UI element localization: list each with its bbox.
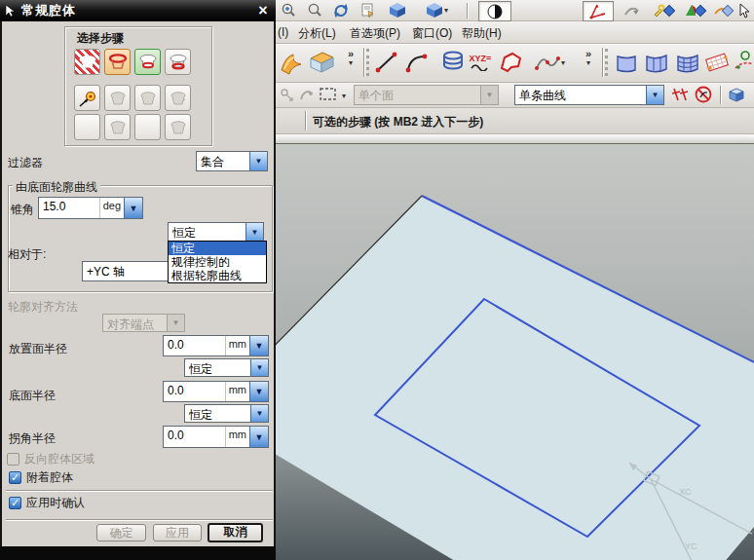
corner-radius-value[interactable]: 0.0	[164, 427, 225, 447]
combo-arrow-icon: ▼	[480, 86, 498, 104]
graphics-window[interactable]: XC YC	[276, 144, 754, 560]
step-floor-profile-button[interactable]	[165, 49, 191, 75]
menu-help[interactable]: 帮助(H)	[462, 25, 502, 42]
toolbar-drag-handle[interactable]	[605, 49, 611, 76]
ruled-surface-icon[interactable]	[612, 47, 641, 78]
relative-to-combo[interactable]: +YC 轴	[82, 261, 170, 281]
dropdown-caret-icon[interactable]: ▾	[342, 92, 346, 100]
general-pocket-dialog: 常规腔体 × 选择步骤	[0, 0, 276, 560]
section-surface-icon[interactable]	[702, 47, 732, 78]
step-placement-profile-button[interactable]	[104, 49, 131, 75]
spinner-arrow-icon[interactable]: ▼	[249, 336, 268, 355]
dropdown-caret-icon[interactable]: ▾	[561, 58, 565, 67]
taper-angle-value[interactable]: 15.0	[39, 198, 99, 218]
stop-at-intersection-icon[interactable]	[693, 85, 714, 103]
combo-arrow-icon[interactable]: ▼	[245, 223, 263, 242]
refresh-icon[interactable]	[330, 1, 352, 19]
chain-curves-icon[interactable]	[669, 85, 691, 103]
taper-angle-field[interactable]: 15.0 deg ▼	[38, 197, 143, 219]
spinner-arrow-icon[interactable]: ▼	[249, 427, 268, 447]
taper-angle-unit: deg	[99, 198, 124, 218]
helix-icon[interactable]	[438, 47, 468, 78]
combo-arrow-icon[interactable]: ▼	[250, 405, 268, 422]
separator	[6, 519, 273, 521]
step-empty-button	[74, 114, 100, 140]
menu-partial[interactable]: (I)	[278, 25, 288, 39]
object-display-icon[interactable]	[711, 1, 736, 19]
overflow-button[interactable]: »▾	[585, 50, 591, 67]
cancel-button[interactable]: 取消	[207, 523, 263, 542]
rectangle-select-icon[interactable]	[317, 85, 340, 103]
snap-handle-icon[interactable]	[295, 85, 317, 103]
view-cube-icon[interactable]: ▾	[421, 1, 452, 19]
datum-display-icon[interactable]	[682, 1, 709, 19]
through-curves-icon[interactable]	[642, 47, 671, 78]
zoom-in-icon[interactable]	[278, 1, 299, 19]
floor-radius-law-combo[interactable]: 恒定 ▼	[184, 404, 269, 423]
step-placement-face-button[interactable]	[74, 49, 100, 75]
curve-mesh-icon[interactable]	[673, 47, 702, 78]
paste-icon[interactable]	[358, 1, 379, 19]
corner-radius-field[interactable]: 0.0 mm ▼	[163, 426, 269, 448]
checkbox-check-icon[interactable]: ✓	[9, 471, 21, 484]
wcs-display-icon[interactable]	[583, 1, 614, 21]
arc-icon[interactable]	[401, 47, 431, 78]
placement-radius-law-combo[interactable]: 恒定 ▼	[184, 358, 269, 377]
display-cube-icon[interactable]	[387, 1, 408, 19]
step-point-target-button[interactable]	[74, 85, 100, 111]
snap-point-icon[interactable]	[276, 85, 297, 103]
placement-radius-field[interactable]: 0.0 mm ▼	[163, 335, 269, 356]
spline-icon[interactable]: ▾	[531, 47, 568, 78]
overflow-button[interactable]: »▾	[348, 50, 354, 67]
dropdown-caret-icon[interactable]: ▾	[444, 6, 448, 15]
zoom-icon[interactable]	[304, 1, 325, 19]
curve-on-surface-icon[interactable]	[732, 47, 754, 78]
separator	[6, 490, 273, 492]
application-window: ▾ (	[0, 0, 754, 560]
menu-analysis[interactable]: 分析(L)	[298, 25, 336, 42]
curve-filter-combo[interactable]: 单条曲线 ▼	[514, 85, 664, 105]
step-floor-face-button[interactable]	[134, 49, 161, 75]
placement-radius-label: 放置面半径	[9, 341, 67, 357]
edit-display-icon[interactable]	[650, 1, 677, 19]
toolbar-separator	[720, 86, 722, 104]
polygon-icon[interactable]	[496, 47, 525, 78]
show-shaded-icon[interactable]	[726, 84, 747, 102]
dropdown-option[interactable]: 根据轮廓曲线	[169, 269, 266, 282]
menubar: (I) 分析(L) 首选项(P) 窗口(O) 帮助(H)	[276, 21, 754, 44]
menu-preferences[interactable]: 首选项(P)	[350, 25, 400, 42]
taper-options-arrow-icon[interactable]: ▼	[124, 198, 142, 218]
toolbar-separator	[602, 48, 604, 77]
taper-law-combo[interactable]: 恒定 ▼	[168, 222, 264, 243]
reverse-pocket-label: 反向腔体区域	[24, 451, 94, 467]
floor-radius-label: 底面半径	[9, 388, 56, 404]
dropdown-option[interactable]: 规律控制的	[169, 255, 266, 269]
line-icon[interactable]	[372, 47, 401, 78]
shaded-view-icon[interactable]	[478, 1, 511, 21]
attach-pocket-checkbox[interactable]: ✓ 附着腔体	[9, 469, 73, 486]
floor-radius-value[interactable]: 0.0	[164, 382, 225, 401]
confirm-on-apply-checkbox[interactable]: ✓ 应用时确认	[9, 495, 85, 511]
checkbox-check-icon[interactable]: ✓	[9, 497, 21, 509]
swept-surface-icon[interactable]	[278, 47, 307, 78]
dropdown-option[interactable]: 恒定	[169, 242, 266, 255]
floor-radius-field[interactable]: 0.0 mm ▼	[163, 381, 269, 402]
combo-arrow-icon[interactable]: ▼	[249, 152, 267, 170]
profile-align-value: 对齐端点	[103, 315, 167, 331]
cursor-icon[interactable]	[735, 1, 753, 19]
close-icon[interactable]: ×	[253, 1, 273, 19]
combo-arrow-icon[interactable]: ▼	[646, 86, 663, 104]
spinner-arrow-icon[interactable]: ▼	[249, 382, 268, 401]
filter-label: 过滤器	[8, 155, 43, 171]
curve-analysis-icon[interactable]	[622, 1, 643, 19]
toolbar-curves-surfaces: »▾ XYZ= ▾	[276, 44, 754, 83]
expression-xyz-icon[interactable]: XYZ=	[468, 47, 493, 78]
placement-radius-value[interactable]: 0.0	[164, 336, 225, 355]
checkbox-icon	[7, 453, 19, 466]
toolbar-separator	[363, 48, 365, 77]
sheet-body-icon[interactable]	[307, 47, 336, 78]
dialog-titlebar[interactable]: 常规腔体 ×	[0, 0, 276, 21]
combo-arrow-icon[interactable]: ▼	[250, 359, 268, 376]
filter-combo[interactable]: 集合 ▼	[196, 151, 268, 171]
menu-window[interactable]: 窗口(O)	[412, 25, 452, 42]
